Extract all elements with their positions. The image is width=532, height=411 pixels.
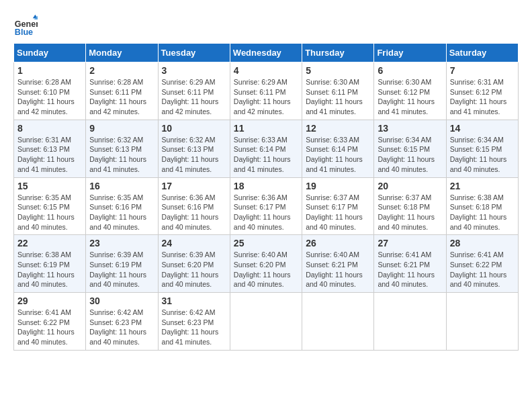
day-info: Sunrise: 6:32 AM Sunset: 6:13 PM Dayligh… [162,135,226,175]
day-number: 26 [306,238,370,248]
calendar-cell: 8Sunrise: 6:31 AM Sunset: 6:13 PM Daylig… [14,120,86,177]
day-number: 23 [89,238,154,248]
calendar-cell: 16Sunrise: 6:35 AM Sunset: 6:16 PM Dayli… [86,177,158,235]
day-number: 25 [234,238,298,248]
day-number: 9 [89,123,154,134]
calendar-cell: 11Sunrise: 6:33 AM Sunset: 6:14 PM Dayli… [230,120,302,177]
calendar-cell: 22Sunrise: 6:38 AM Sunset: 6:19 PM Dayli… [14,235,86,293]
day-info: Sunrise: 6:29 AM Sunset: 6:11 PM Dayligh… [162,77,226,117]
weekday-header-sunday: Sunday [14,44,86,62]
day-info: Sunrise: 6:29 AM Sunset: 6:11 PM Dayligh… [234,77,298,117]
day-info: Sunrise: 6:41 AM Sunset: 6:22 PM Dayligh… [450,250,515,289]
calendar-cell: 2Sunrise: 6:28 AM Sunset: 6:11 PM Daylig… [86,62,158,120]
day-number: 16 [89,181,154,191]
weekday-header-friday: Friday [374,44,446,62]
calendar-table: SundayMondayTuesdayWednesdayThursdayFrid… [13,43,519,351]
day-info: Sunrise: 6:39 AM Sunset: 6:19 PM Dayligh… [89,250,154,289]
day-number: 14 [450,123,515,134]
calendar-cell: 15Sunrise: 6:35 AM Sunset: 6:15 PM Dayli… [14,177,86,235]
weekday-header-wednesday: Wednesday [230,44,302,62]
day-number: 19 [306,181,370,191]
calendar-week-row: 1Sunrise: 6:28 AM Sunset: 6:10 PM Daylig… [14,62,519,120]
day-number: 4 [234,65,298,76]
day-info: Sunrise: 6:35 AM Sunset: 6:15 PM Dayligh… [17,193,82,232]
day-number: 31 [162,295,226,306]
day-number: 1 [17,65,82,76]
day-number: 24 [162,238,226,248]
weekday-header-row: SundayMondayTuesdayWednesdayThursdayFrid… [14,44,519,62]
calendar-cell: 6Sunrise: 6:30 AM Sunset: 6:12 PM Daylig… [374,62,446,120]
svg-text:Blue: Blue [15,28,33,37]
day-number: 21 [450,181,515,191]
calendar-cell: 25Sunrise: 6:40 AM Sunset: 6:20 PM Dayli… [230,235,302,293]
day-info: Sunrise: 6:42 AM Sunset: 6:23 PM Dayligh… [162,308,226,347]
day-info: Sunrise: 6:37 AM Sunset: 6:17 PM Dayligh… [306,193,370,232]
day-info: Sunrise: 6:39 AM Sunset: 6:20 PM Dayligh… [162,250,226,289]
calendar-cell: 5Sunrise: 6:30 AM Sunset: 6:11 PM Daylig… [302,62,374,120]
day-number: 10 [162,123,226,134]
day-number: 11 [234,123,298,134]
calendar-cell: 26Sunrise: 6:40 AM Sunset: 6:21 PM Dayli… [302,235,374,293]
day-number: 28 [450,238,515,248]
day-number: 5 [306,65,370,76]
logo-icon: General Blue [13,13,38,38]
calendar-cell: 31Sunrise: 6:42 AM Sunset: 6:23 PM Dayli… [158,293,230,351]
day-info: Sunrise: 6:31 AM Sunset: 6:12 PM Dayligh… [450,77,515,117]
calendar-cell: 1Sunrise: 6:28 AM Sunset: 6:10 PM Daylig… [14,62,86,120]
day-number: 3 [162,65,226,76]
day-number: 8 [17,123,82,134]
calendar-week-row: 29Sunrise: 6:41 AM Sunset: 6:22 PM Dayli… [14,293,519,351]
day-info: Sunrise: 6:30 AM Sunset: 6:12 PM Dayligh… [378,77,442,117]
calendar-cell: 17Sunrise: 6:36 AM Sunset: 6:16 PM Dayli… [158,177,230,235]
day-info: Sunrise: 6:34 AM Sunset: 6:15 PM Dayligh… [378,135,442,175]
calendar-week-row: 15Sunrise: 6:35 AM Sunset: 6:15 PM Dayli… [14,177,519,235]
day-number: 7 [450,65,515,76]
calendar-cell: 29Sunrise: 6:41 AM Sunset: 6:22 PM Dayli… [14,293,86,351]
calendar-cell: 18Sunrise: 6:36 AM Sunset: 6:17 PM Dayli… [230,177,302,235]
calendar-cell: 23Sunrise: 6:39 AM Sunset: 6:19 PM Dayli… [86,235,158,293]
calendar-cell: 4Sunrise: 6:29 AM Sunset: 6:11 PM Daylig… [230,62,302,120]
day-info: Sunrise: 6:40 AM Sunset: 6:21 PM Dayligh… [306,250,370,289]
day-info: Sunrise: 6:31 AM Sunset: 6:13 PM Dayligh… [17,135,82,175]
calendar-cell: 3Sunrise: 6:29 AM Sunset: 6:11 PM Daylig… [158,62,230,120]
weekday-header-tuesday: Tuesday [158,44,230,62]
calendar-week-row: 22Sunrise: 6:38 AM Sunset: 6:19 PM Dayli… [14,235,519,293]
day-number: 22 [17,238,82,248]
day-info: Sunrise: 6:38 AM Sunset: 6:19 PM Dayligh… [17,250,82,289]
day-info: Sunrise: 6:33 AM Sunset: 6:14 PM Dayligh… [306,135,370,175]
day-info: Sunrise: 6:36 AM Sunset: 6:17 PM Dayligh… [234,193,298,232]
weekday-header-monday: Monday [86,44,158,62]
weekday-header-thursday: Thursday [302,44,374,62]
calendar-cell [446,293,518,351]
day-info: Sunrise: 6:34 AM Sunset: 6:15 PM Dayligh… [450,135,515,175]
calendar-cell [302,293,374,351]
day-info: Sunrise: 6:37 AM Sunset: 6:18 PM Dayligh… [378,193,442,232]
day-info: Sunrise: 6:41 AM Sunset: 6:21 PM Dayligh… [378,250,442,289]
day-info: Sunrise: 6:32 AM Sunset: 6:13 PM Dayligh… [89,135,154,175]
day-info: Sunrise: 6:35 AM Sunset: 6:16 PM Dayligh… [89,193,154,232]
calendar-cell: 7Sunrise: 6:31 AM Sunset: 6:12 PM Daylig… [446,62,518,120]
weekday-header-saturday: Saturday [446,44,518,62]
calendar-cell: 12Sunrise: 6:33 AM Sunset: 6:14 PM Dayli… [302,120,374,177]
day-number: 6 [378,65,442,76]
day-info: Sunrise: 6:30 AM Sunset: 6:11 PM Dayligh… [306,77,370,117]
calendar-cell: 19Sunrise: 6:37 AM Sunset: 6:17 PM Dayli… [302,177,374,235]
day-number: 27 [378,238,442,248]
calendar-cell: 20Sunrise: 6:37 AM Sunset: 6:18 PM Dayli… [374,177,446,235]
day-info: Sunrise: 6:28 AM Sunset: 6:11 PM Dayligh… [89,77,154,117]
calendar-cell: 24Sunrise: 6:39 AM Sunset: 6:20 PM Dayli… [158,235,230,293]
day-number: 29 [17,295,82,306]
day-info: Sunrise: 6:41 AM Sunset: 6:22 PM Dayligh… [17,308,82,347]
calendar-cell: 9Sunrise: 6:32 AM Sunset: 6:13 PM Daylig… [86,120,158,177]
calendar-cell [374,293,446,351]
calendar-cell [230,293,302,351]
day-number: 12 [306,123,370,134]
calendar-cell: 13Sunrise: 6:34 AM Sunset: 6:15 PM Dayli… [374,120,446,177]
day-info: Sunrise: 6:38 AM Sunset: 6:18 PM Dayligh… [450,193,515,232]
calendar-cell: 10Sunrise: 6:32 AM Sunset: 6:13 PM Dayli… [158,120,230,177]
day-info: Sunrise: 6:36 AM Sunset: 6:16 PM Dayligh… [162,193,226,232]
day-number: 13 [378,123,442,134]
calendar-cell: 14Sunrise: 6:34 AM Sunset: 6:15 PM Dayli… [446,120,518,177]
day-number: 30 [89,295,154,306]
day-info: Sunrise: 6:40 AM Sunset: 6:20 PM Dayligh… [234,250,298,289]
